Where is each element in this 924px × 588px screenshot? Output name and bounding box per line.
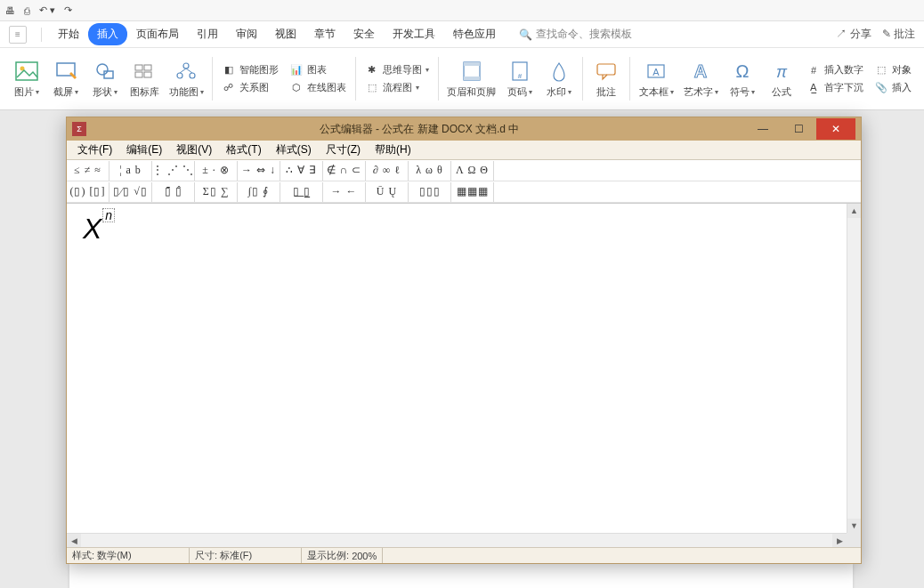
modal-titlebar[interactable]: Σ 公式编辑器 - 公式在 新建 DOCX 文档.d 中 — ☐ ✕ bbox=[67, 117, 861, 141]
svg-text:Ω: Ω bbox=[736, 61, 750, 81]
scroll-left-icon[interactable]: ◀ bbox=[67, 534, 81, 547]
preview-icon[interactable]: ⎙ bbox=[24, 5, 30, 16]
ribbon-header-footer[interactable]: 页眉和页脚 bbox=[442, 52, 500, 106]
equation-icon: π bbox=[769, 59, 794, 84]
eq-palette-greek-lower[interactable]: λ ω θ bbox=[409, 161, 451, 181]
svg-rect-13 bbox=[464, 62, 480, 66]
tab-special[interactable]: 特色应用 bbox=[444, 23, 505, 45]
eq-template-integral[interactable]: ∫▯ ∮ bbox=[238, 182, 280, 202]
eq-palette-operators[interactable]: ± ∙ ⊗ bbox=[195, 161, 238, 181]
tab-developer[interactable]: 开发工具 bbox=[384, 23, 444, 45]
scrollbar-corner bbox=[847, 533, 861, 547]
ribbon-watermark[interactable]: 水印▾ bbox=[539, 52, 579, 106]
command-search[interactable]: 🔍 查找命令、搜索模板 bbox=[519, 27, 632, 42]
eq-template-grid[interactable]: ▦▦▦ bbox=[451, 182, 494, 202]
ribbon: 图片▾ 截屏▾ 形状▾ 图标库 功能图▾ ◧智能图形 ☍关系图 📊图表 ⬡在线图… bbox=[0, 48, 924, 110]
redo-icon[interactable]: ↷ bbox=[64, 4, 72, 16]
status-size[interactable]: 尺寸: 标准(F) bbox=[190, 548, 302, 563]
eq-palette-relations[interactable]: ≤ ≠ ≈ bbox=[67, 161, 109, 181]
eq-template-accent[interactable]: Ū Ų bbox=[366, 182, 409, 202]
comment-icon bbox=[594, 59, 619, 84]
minimize-button[interactable]: — bbox=[745, 118, 781, 140]
eq-template-fraction[interactable]: ▯⁄▯ √▯ bbox=[109, 182, 152, 202]
ribbon-comment[interactable]: 批注 bbox=[587, 52, 626, 106]
svg-point-9 bbox=[183, 63, 189, 68]
tab-sections[interactable]: 章节 bbox=[305, 23, 344, 45]
undo-icon[interactable]: ↶ ▾ bbox=[39, 4, 55, 16]
ribbon-flowchart[interactable]: ⬚流程图▾ bbox=[365, 81, 429, 95]
eq-template-arrow[interactable]: → ← bbox=[323, 182, 366, 202]
tab-insert[interactable]: 插入 bbox=[88, 23, 127, 45]
eq-template-sum[interactable]: Σ▯ ∑ bbox=[195, 182, 238, 202]
ribbon-online-chart[interactable]: ⬡在线图表 bbox=[289, 81, 346, 95]
ribbon-mindmap[interactable]: ✱思维导图▾ bbox=[365, 63, 429, 77]
eq-palette-spaces[interactable]: ¦ a b bbox=[109, 161, 152, 181]
eq-template-overbar[interactable]: ▯̄ ▯̂ bbox=[152, 182, 195, 202]
ribbon-picture[interactable]: 图片▾ bbox=[7, 52, 46, 106]
ribbon-drop-cap[interactable]: A̲首字下沉 bbox=[806, 81, 863, 95]
close-button[interactable]: ✕ bbox=[816, 118, 855, 140]
svg-rect-0 bbox=[16, 62, 37, 80]
eq-palette-set[interactable]: ∉ ∩ ⊂ bbox=[323, 161, 366, 181]
ribbon-smart-graphic[interactable]: ◧智能图形 bbox=[222, 63, 279, 77]
annotate-button[interactable]: ✎ 批注 bbox=[882, 27, 915, 42]
ribbon-screenshot[interactable]: 截屏▾ bbox=[46, 52, 85, 106]
svg-point-10 bbox=[177, 73, 182, 78]
ribbon-page-number[interactable]: # 页码▾ bbox=[500, 52, 539, 106]
ribbon-shapes[interactable]: 形状▾ bbox=[85, 52, 125, 106]
maximize-button[interactable]: ☐ bbox=[781, 118, 816, 140]
tab-review[interactable]: 审阅 bbox=[227, 23, 266, 45]
menu-view[interactable]: 视图(V) bbox=[169, 141, 219, 159]
object-icon: ⬚ bbox=[874, 63, 888, 77]
menu-size[interactable]: 尺寸(Z) bbox=[319, 141, 368, 159]
equation-canvas[interactable]: Xn ▲ ▼ ◀ ▶ bbox=[67, 204, 861, 547]
eq-palette-misc[interactable]: ∂ ∞ ℓ bbox=[366, 161, 409, 181]
ribbon-textbox[interactable]: A 文本框▾ bbox=[634, 52, 678, 106]
tab-page-layout[interactable]: 页面布局 bbox=[127, 23, 188, 45]
horizontal-scrollbar[interactable]: ◀ ▶ bbox=[67, 533, 847, 547]
tab-security[interactable]: 安全 bbox=[344, 23, 384, 45]
smartart-icon bbox=[174, 59, 199, 84]
svg-rect-5 bbox=[135, 65, 142, 70]
menu-style[interactable]: 样式(S) bbox=[269, 141, 319, 159]
search-placeholder: 查找命令、搜索模板 bbox=[536, 27, 632, 42]
equation-content[interactable]: Xn bbox=[83, 213, 115, 246]
eq-template-underbar[interactable]: ▯͟ ▯̲ bbox=[280, 182, 323, 202]
ribbon-iconlib[interactable]: 图标库 bbox=[125, 52, 164, 106]
menu-help[interactable]: 帮助(H) bbox=[368, 141, 418, 159]
share-button[interactable]: ↗ 分享 bbox=[836, 27, 871, 42]
ribbon-equation[interactable]: π 公式 bbox=[762, 52, 801, 106]
scroll-right-icon[interactable]: ▶ bbox=[832, 534, 847, 547]
status-style[interactable]: 样式: 数学(M) bbox=[67, 548, 190, 563]
equation-superscript-slot[interactable]: n bbox=[102, 208, 115, 222]
eq-template-fence[interactable]: (▯) [▯] bbox=[67, 182, 109, 202]
tab-start[interactable]: 开始 bbox=[49, 23, 88, 45]
menu-file[interactable]: 文件(F) bbox=[70, 141, 119, 159]
scroll-down-icon[interactable]: ▼ bbox=[847, 519, 861, 533]
tab-view[interactable]: 视图 bbox=[266, 23, 305, 45]
document-page[interactable] bbox=[69, 564, 853, 588]
eq-palette-greek-upper[interactable]: Λ Ω Θ bbox=[451, 161, 494, 181]
ribbon-smartart[interactable]: 功能图▾ bbox=[164, 52, 208, 106]
eq-palette-ellipsis[interactable]: ⋮ ⋰ ⋱ bbox=[152, 161, 195, 181]
ribbon-relation[interactable]: ☍关系图 bbox=[222, 81, 279, 95]
ribbon-object[interactable]: ⬚对象 bbox=[874, 63, 912, 77]
ribbon-wordart[interactable]: A 艺术字▾ bbox=[678, 52, 723, 106]
tab-references[interactable]: 引用 bbox=[188, 23, 227, 45]
equation-toolbar: ≤ ≠ ≈ ¦ a b ⋮ ⋰ ⋱ ± ∙ ⊗ → ⇔ ↓ ∴ ∀ ∃ ∉ ∩ … bbox=[67, 160, 861, 204]
menu-format[interactable]: 格式(T) bbox=[219, 141, 268, 159]
ribbon-symbol[interactable]: Ω 符号▾ bbox=[723, 52, 762, 106]
eq-palette-arrows[interactable]: → ⇔ ↓ bbox=[238, 161, 280, 181]
eq-palette-logic[interactable]: ∴ ∀ ∃ bbox=[280, 161, 323, 181]
ribbon-chart[interactable]: 📊图表 bbox=[289, 63, 346, 77]
eq-template-matrix[interactable]: ▯▯▯ bbox=[409, 182, 451, 202]
status-zoom[interactable]: 显示比例: 200% bbox=[302, 548, 383, 563]
modal-menubar: 文件(F) 编辑(E) 视图(V) 格式(T) 样式(S) 尺寸(Z) 帮助(H… bbox=[67, 141, 861, 160]
ribbon-insert-number[interactable]: #插入数字 bbox=[806, 63, 863, 77]
print-icon[interactable]: 🖶 bbox=[5, 5, 15, 16]
mindmap-icon: ✱ bbox=[365, 63, 379, 77]
scroll-up-icon[interactable]: ▲ bbox=[847, 204, 861, 218]
ribbon-attachment[interactable]: 📎插入 bbox=[874, 81, 912, 95]
menu-edit[interactable]: 编辑(E) bbox=[119, 141, 169, 159]
vertical-scrollbar[interactable]: ▲ ▼ bbox=[847, 204, 861, 533]
